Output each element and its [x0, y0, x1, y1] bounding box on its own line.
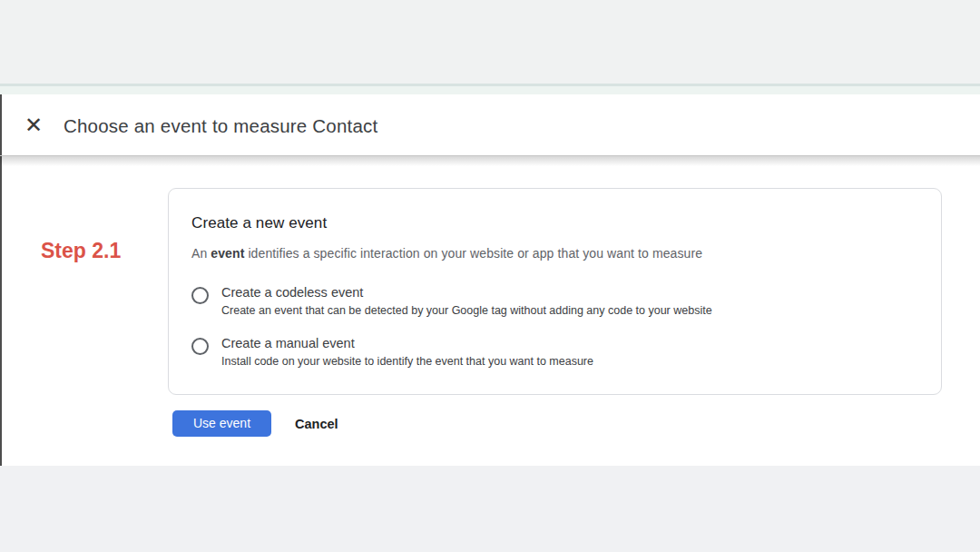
- use-event-button[interactable]: Use event: [172, 410, 271, 437]
- option-description: Create an event that can be detected by …: [221, 304, 712, 317]
- option-manual-event[interactable]: Create a manual event Install code on yo…: [191, 336, 917, 368]
- event-options: Create a codeless event Create an event …: [191, 285, 917, 368]
- card-description-suffix: identifies a specific interaction on you…: [244, 246, 702, 261]
- card-description: An event identifies a specific interacti…: [191, 246, 917, 261]
- step-annotation: Step 2.1: [41, 239, 121, 263]
- cancel-button[interactable]: Cancel: [289, 416, 344, 432]
- option-label: Create a manual event: [221, 336, 593, 350]
- header-shadow: [0, 156, 980, 166]
- option-texts: Create a codeless event Create an event …: [221, 285, 712, 317]
- card-description-bold: event: [211, 246, 244, 261]
- card-title: Create a new event: [191, 214, 917, 232]
- bottom-background-band: [0, 466, 980, 552]
- option-texts: Create a manual event Install code on yo…: [221, 336, 593, 368]
- option-codeless-event[interactable]: Create a codeless event Create an event …: [191, 285, 917, 317]
- dialog-title: Choose an event to measure Contact: [64, 115, 377, 137]
- close-icon[interactable]: ✕: [22, 113, 45, 137]
- dialog-top-edge-strip: [0, 84, 980, 94]
- create-event-card: Create a new event An event identifies a…: [168, 188, 942, 395]
- card-description-prefix: An: [191, 246, 211, 261]
- radio-button[interactable]: [191, 338, 209, 355]
- option-label: Create a codeless event: [221, 285, 712, 300]
- option-description: Install code on your website to identify…: [221, 355, 593, 368]
- top-background-band: [0, 0, 980, 84]
- radio-button[interactable]: [191, 287, 209, 304]
- dialog-actions: Use event Cancel: [172, 410, 344, 437]
